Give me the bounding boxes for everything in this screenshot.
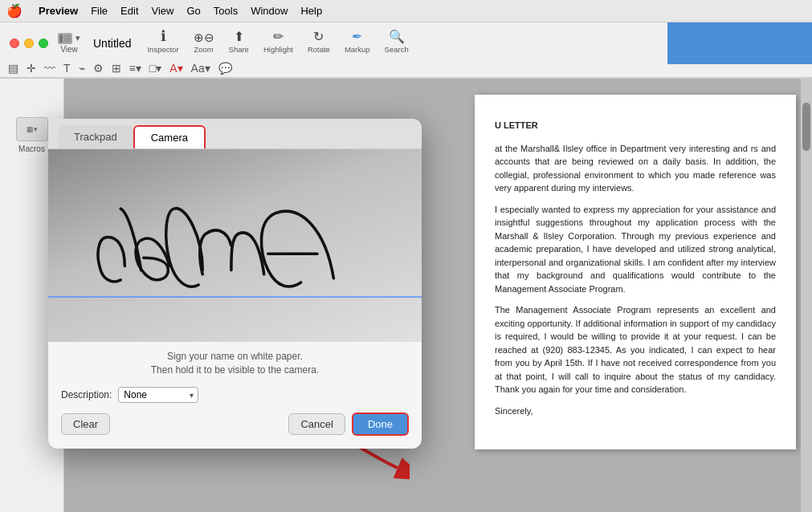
inspector-button[interactable]: ℹ Inspector [147, 29, 178, 54]
color-icon[interactable]: A▾ [169, 62, 182, 75]
doc-page: U LETTER at the Marshall& Ilsley office … [475, 95, 796, 449]
description-select-wrapper[interactable]: None Signature 1 Signature 2 ▾ [118, 387, 198, 403]
menu-edit[interactable]: Edit [120, 5, 138, 17]
text-select-icon[interactable]: T [63, 62, 71, 75]
view-label: View [60, 45, 78, 54]
close-button[interactable] [10, 39, 19, 48]
done-button[interactable]: Done [352, 412, 409, 436]
menubar: 🍎 Preview File Edit View Go Tools Window… [0, 0, 812, 22]
svg-rect-1 [88, 164, 382, 327]
window-title: Untitled [93, 37, 131, 50]
doc-paragraph-1: at the Marshall& Ilsley office in Depart… [495, 142, 776, 195]
window: ▾ View Untitled ℹ Inspector ⊕⊖ Zoom [0, 22, 812, 512]
clear-button[interactable]: Clear [61, 413, 110, 435]
toolbar: ▾ View Untitled ℹ Inspector ⊕⊖ Zoom [0, 22, 812, 79]
zoom-button[interactable] [39, 39, 48, 48]
description-select[interactable]: None Signature 1 Signature 2 [118, 387, 198, 403]
app-name[interactable]: Preview [39, 5, 78, 17]
minimize-button[interactable] [24, 39, 34, 48]
description-row: Description: None Signature 1 Signature … [48, 380, 422, 409]
comment-icon[interactable]: 💬 [218, 62, 232, 75]
rotate-button[interactable]: ↻ Rotate [308, 30, 330, 54]
camera-baseline [48, 296, 422, 298]
cancel-button[interactable]: Cancel [288, 413, 345, 435]
adjust-icon[interactable]: ⚙ [93, 62, 104, 75]
highlight-button[interactable]: ✏ Highlight [263, 30, 293, 54]
description-label: Description: [61, 389, 112, 400]
share-button[interactable]: ⬆ Share [229, 30, 249, 54]
marquee-icon[interactable]: ✛ [27, 62, 36, 75]
camera-signature [76, 164, 394, 327]
search-button[interactable]: 🔍 Search [385, 30, 409, 54]
zoom-toolbar-button[interactable]: ⊕⊖ Zoom [194, 31, 214, 54]
border-icon[interactable]: □▾ [149, 62, 161, 75]
camera-instruction: Sign your name on white paper. Then hold… [48, 342, 422, 380]
view-button-group[interactable]: ▾ View [58, 33, 80, 54]
camera-view [48, 149, 422, 342]
grid-icon[interactable]: ⊞ [112, 62, 121, 75]
trackpad-tab[interactable]: Trackpad [58, 125, 133, 148]
doc-paragraph-4: Sincerely, [495, 404, 776, 418]
doc-paragraph-3: The Management Associate Program represe… [495, 303, 776, 396]
scrollbar-thumb[interactable] [802, 103, 810, 151]
menu-file[interactable]: File [91, 5, 108, 17]
align-icon[interactable]: ≡▾ [129, 62, 141, 75]
markup-button[interactable]: ✒ Markup [345, 30, 370, 54]
sidebar-toggle-icon[interactable]: ▤ [8, 62, 18, 75]
menu-window[interactable]: Window [251, 5, 288, 17]
toolbar-blue-area [667, 22, 812, 64]
menu-help[interactable]: Help [300, 5, 322, 17]
doc-title: U LETTER [495, 119, 776, 132]
dialog-actions: Clear Cancel Done [48, 409, 422, 449]
doc-paragraph-2: I especially wanted to express my apprec… [495, 203, 776, 296]
menu-go[interactable]: Go [186, 5, 200, 17]
menu-view[interactable]: View [152, 5, 174, 17]
dialog-tabs: Trackpad Camera [48, 119, 422, 149]
signature-dialog: Trackpad Camera [48, 119, 422, 449]
lasso-icon[interactable]: 〰 [44, 62, 55, 75]
macros-icon: ▦▾ [16, 117, 48, 141]
traffic-lights [10, 39, 48, 48]
scrollbar[interactable] [801, 79, 812, 512]
apple-menu[interactable]: 🍎 [6, 3, 22, 18]
menu-tools[interactable]: Tools [214, 5, 238, 17]
macros-label: Macros [18, 144, 45, 153]
camera-tab[interactable]: Camera [133, 125, 206, 148]
annotation-icon[interactable]: ⌁ [79, 62, 85, 75]
font-icon[interactable]: Aa▾ [191, 62, 210, 75]
